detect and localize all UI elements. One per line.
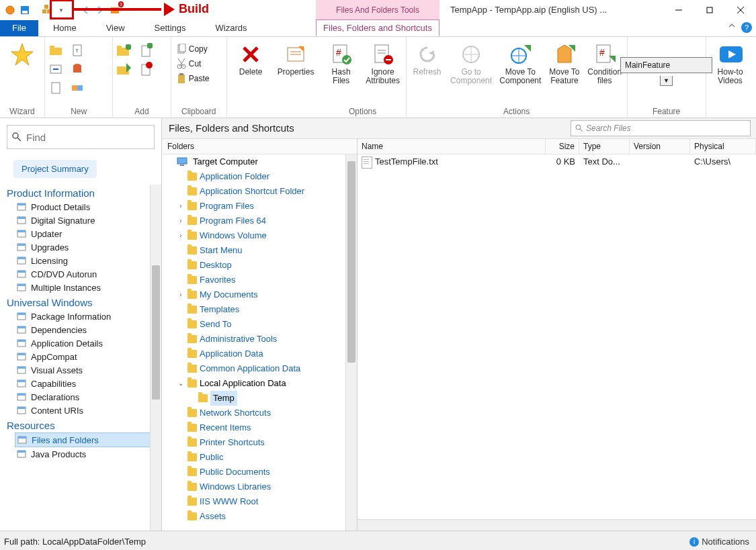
tab-settings[interactable]: Settings	[140, 20, 201, 36]
minimize-button[interactable]	[663, 0, 694, 20]
tree-item[interactable]: Temp	[186, 391, 357, 406]
tree-item[interactable]: Application Folder	[175, 169, 357, 184]
go-to-component-button[interactable]: Go to Component	[448, 40, 494, 85]
nav-item[interactable]: AppCompat	[0, 350, 161, 363]
notifications-button[interactable]: i Notifications	[689, 531, 749, 550]
tree-expander-icon[interactable]: ›	[177, 199, 185, 214]
howto-videos-button[interactable]: How-to Videos	[709, 40, 752, 85]
hash-files-button[interactable]: # Hash Files	[323, 40, 360, 85]
new-folder-button[interactable]	[48, 42, 64, 58]
tree-item[interactable]: Application Shortcut Folder	[175, 184, 357, 199]
col-header-name[interactable]: Name	[358, 139, 546, 154]
properties-button[interactable]: Properties	[275, 40, 317, 77]
tree-item[interactable]: IIS WWW Root	[175, 494, 357, 509]
nav-scrollbar[interactable]	[150, 185, 161, 531]
tree-item[interactable]: Assets	[175, 509, 357, 524]
tab-files-folders-shortcuts[interactable]: Files, Folders and Shortcuts	[316, 19, 439, 36]
tab-file[interactable]: File	[0, 20, 38, 36]
collapse-ribbon-icon[interactable]	[728, 21, 736, 30]
move-to-component-button[interactable]: Move To Component	[497, 40, 544, 85]
condition-files-button[interactable]: # Condition files	[585, 40, 624, 85]
tree-item[interactable]: ›Program Files 64	[175, 214, 357, 228]
nav-item[interactable]: Product Details	[0, 200, 161, 214]
search-files-box[interactable]: Search Files	[571, 120, 751, 136]
file-row[interactable]: TestTempFile.txt0 KBText Do...C:\Users\	[358, 154, 756, 169]
move-to-feature-button[interactable]: Move To Feature	[546, 40, 583, 85]
tree-item[interactable]: Public Documents	[175, 465, 357, 479]
maximize-button[interactable]	[694, 0, 725, 20]
nav-item[interactable]: Upgrades	[0, 240, 161, 254]
tree-item[interactable]: Network Shortcuts	[175, 406, 357, 420]
nav-item[interactable]: Capabilities	[0, 377, 161, 390]
project-summary-link[interactable]: Project Summary	[13, 160, 97, 178]
col-header-version[interactable]: Version	[630, 139, 690, 154]
nav-item[interactable]: CD/DVD Autorun	[0, 267, 161, 281]
tab-wizards[interactable]: Wizards	[201, 20, 262, 36]
new-db-button[interactable]	[69, 61, 85, 77]
tree-item[interactable]: Start Menu	[175, 243, 357, 258]
col-header-physical[interactable]: Physical	[690, 139, 756, 154]
nav-item[interactable]: Dependencies	[0, 323, 161, 336]
nav-item[interactable]: Application Details	[0, 336, 161, 350]
nav-item[interactable]: Package Information	[0, 310, 161, 323]
col-header-type[interactable]: Type	[579, 139, 630, 154]
ignore-attributes-button[interactable]: Ignore Attributes	[363, 40, 403, 85]
nav-item[interactable]: Declarations	[0, 390, 161, 404]
nav-item[interactable]: Visual Assets	[0, 363, 161, 377]
tree-expander-icon[interactable]: ›	[177, 287, 185, 302]
new-assembly-button[interactable]	[69, 80, 85, 96]
help-icon[interactable]: ?	[741, 22, 752, 33]
tree-item[interactable]: ›My Documents	[175, 287, 357, 302]
tree-item[interactable]: Favorites	[175, 273, 357, 287]
tree-item[interactable]: Windows Libraries	[175, 479, 357, 494]
tree-expander-icon[interactable]: ›	[177, 214, 185, 228]
tree-item[interactable]: ›Program Files	[175, 199, 357, 214]
nav-item[interactable]: Digital Signature	[0, 214, 161, 227]
nav-item[interactable]: Licensing	[0, 254, 161, 267]
tree-item[interactable]: Target Computer	[165, 154, 357, 169]
file-list[interactable]: TestTempFile.txt0 KBText Do...C:\Users\	[358, 154, 756, 519]
nav-item[interactable]: Files and Folders	[15, 432, 160, 447]
nav-item[interactable]: Content URIs	[0, 404, 161, 417]
tree-item[interactable]: Templates	[175, 302, 357, 317]
add-folder-button[interactable]	[116, 42, 132, 58]
nav-item[interactable]: Java Products	[0, 447, 161, 461]
tree-item[interactable]: ⌄Local Application Data	[175, 376, 357, 391]
refresh-button[interactable]: Refresh	[409, 40, 446, 77]
tree-expander-icon[interactable]: ›	[177, 228, 185, 243]
copy-button[interactable]: Copy	[174, 42, 212, 56]
paste-button[interactable]: Paste	[174, 72, 212, 85]
file-horizontal-scrollbar[interactable]	[358, 519, 756, 531]
add-folder-sync-button[interactable]	[116, 61, 132, 77]
wizard-button[interactable]	[3, 40, 42, 66]
cut-button[interactable]: Cut	[174, 57, 212, 71]
nav-item[interactable]: Multiple Instances	[0, 281, 161, 294]
find-input[interactable]	[7, 125, 155, 149]
tree-item[interactable]: ›Windows Volume	[175, 228, 357, 243]
nav-item[interactable]: Updater	[0, 227, 161, 240]
tree-item[interactable]: Send To	[175, 317, 357, 332]
tree-expander-icon[interactable]: ⌄	[177, 376, 185, 391]
tree-item[interactable]: Common Application Data	[175, 361, 357, 376]
add-file-button[interactable]	[138, 42, 155, 58]
new-link-button[interactable]	[48, 61, 64, 77]
new-blank-file-button[interactable]	[48, 80, 64, 96]
tab-home[interactable]: Home	[38, 20, 91, 36]
tree-scrollbar[interactable]	[345, 154, 357, 531]
feature-dropdown-icon[interactable]: ▼	[660, 76, 673, 86]
tree-item[interactable]: Recent Items	[175, 420, 357, 435]
tab-view[interactable]: View	[91, 20, 140, 36]
delete-button[interactable]: Delete	[230, 40, 272, 77]
tree-item[interactable]: Application Data	[175, 347, 357, 361]
tree-item[interactable]: Public	[175, 450, 357, 465]
tree-item[interactable]: Administrative Tools	[175, 332, 357, 347]
col-header-size[interactable]: Size	[546, 139, 579, 154]
tree-item[interactable]: Desktop	[175, 258, 357, 273]
feature-combo[interactable]: MainFeature	[620, 57, 712, 73]
tree-item[interactable]: Printer Shortcuts	[175, 435, 357, 450]
close-button[interactable]	[725, 0, 756, 20]
add-temp-file-button[interactable]	[138, 61, 155, 77]
folder-tree[interactable]: Target ComputerApplication FolderApplica…	[162, 154, 357, 524]
new-text-file-button[interactable]: T	[69, 42, 85, 58]
save-icon[interactable]	[19, 4, 31, 16]
